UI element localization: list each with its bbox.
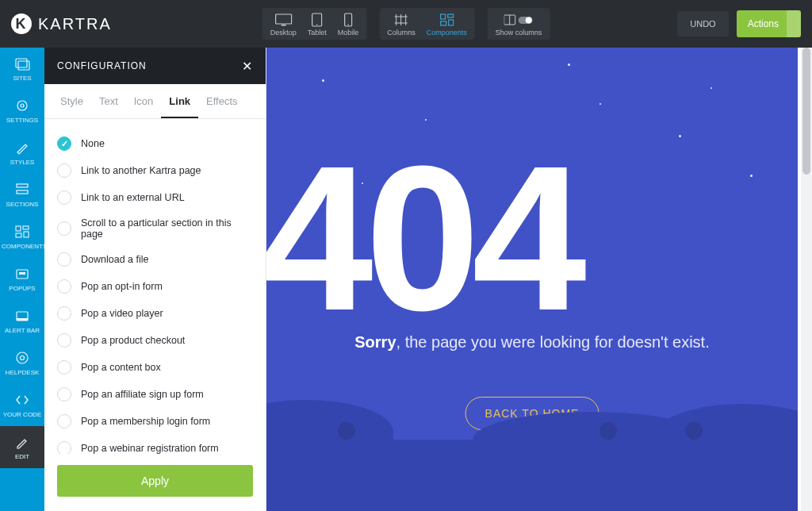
rail-components[interactable]: COMPONENTS — [0, 216, 44, 258]
viewport-desktop[interactable]: Desktop — [270, 13, 297, 36]
link-options: None Link to another Kartra page Link to… — [44, 119, 266, 454]
svg-rect-32 — [17, 318, 28, 321]
option-contentbox[interactable]: Pop a content box — [57, 354, 253, 381]
option-webinar[interactable]: Pop a webinar registration form — [57, 435, 253, 454]
components-icon — [427, 13, 467, 27]
tab-icon[interactable]: Icon — [126, 84, 162, 118]
rail-sections[interactable]: SECTIONS — [0, 174, 44, 216]
radio-icon — [57, 414, 71, 428]
svg-rect-25 — [16, 226, 21, 231]
tab-effects[interactable]: Effects — [198, 84, 246, 118]
rail-yourcode[interactable]: YOUR CODE — [0, 384, 44, 426]
tab-link[interactable]: Link — [161, 84, 198, 118]
radio-icon — [57, 333, 71, 348]
panel-footer: Apply — [44, 454, 266, 511]
svg-point-34 — [21, 356, 25, 360]
radio-icon — [57, 221, 71, 236]
apply-button[interactable]: Apply — [57, 465, 253, 497]
panel-tabs: Style Text Icon Link Effects — [44, 84, 266, 119]
error-message: Sorry, the page you were looking for doe… — [266, 333, 798, 352]
tablet-icon — [308, 13, 327, 27]
brand-text: KARTRA — [38, 15, 112, 33]
rail-styles[interactable]: STYLES — [0, 132, 44, 174]
svg-rect-28 — [24, 232, 29, 237]
svg-rect-20 — [18, 61, 29, 70]
tab-text[interactable]: Text — [91, 84, 126, 118]
viewport-group: Desktop Tablet Mobile — [262, 8, 367, 40]
option-video[interactable]: Pop a video player — [57, 300, 253, 327]
svg-point-5 — [347, 24, 349, 25]
svg-rect-11 — [440, 14, 445, 19]
svg-point-21 — [17, 101, 27, 110]
rail-alertbar[interactable]: ALERT BAR — [0, 300, 44, 342]
option-checkout[interactable]: Pop a product checkout — [57, 327, 253, 354]
alertbar-icon — [2, 308, 43, 324]
gear-icon — [2, 98, 43, 113]
svg-point-22 — [21, 104, 24, 107]
svg-rect-12 — [447, 14, 453, 17]
svg-rect-1 — [281, 25, 285, 26]
option-affiliate[interactable]: Pop an affiliate sign up form — [57, 381, 253, 408]
pencil-icon — [2, 434, 43, 450]
svg-rect-27 — [16, 233, 21, 237]
toggle-icon — [496, 13, 542, 27]
viewport-tablet[interactable]: Tablet — [308, 13, 327, 36]
tab-style[interactable]: Style — [52, 84, 91, 118]
rail-popups[interactable]: POPUPS — [0, 258, 44, 300]
top-right: UNDO Actions — [677, 10, 801, 37]
radio-icon — [57, 387, 71, 402]
option-external-url[interactable]: Link to an external URL — [57, 184, 253, 211]
page-preview[interactable]: 404 Sorry, the page you were looking for… — [266, 48, 798, 511]
canvas: 404 Sorry, the page you were looking for… — [266, 48, 812, 511]
svg-point-33 — [17, 352, 28, 363]
svg-rect-26 — [23, 226, 29, 229]
svg-rect-24 — [17, 190, 28, 194]
top-tool-groups: Desktop Tablet Mobile Columns Components — [262, 8, 550, 40]
error-404-heading: 404 — [266, 135, 579, 341]
radio-icon — [57, 136, 71, 151]
sites-icon — [2, 56, 43, 71]
option-download[interactable]: Download a file — [57, 246, 253, 273]
vertical-scrollbar[interactable] — [801, 48, 812, 511]
brand-mark-icon: K — [11, 13, 32, 34]
columns-tool[interactable]: Columns — [387, 13, 416, 36]
radio-icon — [57, 252, 71, 267]
show-columns-toggle[interactable]: Show columns — [496, 13, 542, 36]
components-grid-icon — [2, 224, 43, 240]
ground-decor — [266, 440, 798, 511]
svg-point-3 — [316, 24, 318, 25]
components-tool[interactable]: Components — [427, 13, 467, 36]
radio-icon — [57, 441, 71, 454]
option-scroll-section[interactable]: Scroll to a particular section in this p… — [57, 211, 253, 246]
panel-header: CONFIGURATION ✕ — [44, 48, 266, 84]
config-panel: CONFIGURATION ✕ Style Text Icon Link Eff… — [44, 48, 266, 511]
brand-logo: K KARTRA — [11, 13, 112, 34]
close-icon[interactable]: ✕ — [242, 59, 253, 74]
radio-icon — [57, 190, 71, 205]
option-none[interactable]: None — [57, 130, 253, 157]
viewport-mobile[interactable]: Mobile — [338, 13, 359, 36]
actions-button[interactable]: Actions — [737, 10, 801, 37]
radio-icon — [57, 306, 71, 321]
svg-rect-13 — [440, 21, 446, 25]
rail-sites[interactable]: SITES — [0, 48, 44, 90]
rail-edit[interactable]: EDIT — [0, 426, 44, 468]
undo-button[interactable]: UNDO — [677, 11, 728, 36]
columns-icon — [387, 13, 416, 27]
layout-group: Columns Components — [379, 8, 475, 40]
scroll-thumb[interactable] — [802, 48, 810, 175]
option-optin[interactable]: Pop an opt-in form — [57, 273, 253, 300]
panel-title: CONFIGURATION — [57, 60, 147, 71]
rail-helpdesk[interactable]: HELPDESK — [0, 342, 44, 384]
popup-icon — [2, 266, 43, 282]
top-bar: K KARTRA Desktop Tablet Mobile Columns — [0, 0, 812, 48]
showcols-group: Show columns — [488, 8, 550, 40]
sections-icon — [2, 182, 43, 198]
radio-icon — [57, 163, 71, 178]
rail-settings[interactable]: SETTINGS — [0, 90, 44, 132]
brush-icon — [2, 140, 43, 156]
mobile-icon — [338, 13, 359, 27]
svg-point-18 — [526, 17, 532, 24]
option-membership[interactable]: Pop a membership login form — [57, 408, 253, 435]
option-kartra-page[interactable]: Link to another Kartra page — [57, 157, 253, 184]
